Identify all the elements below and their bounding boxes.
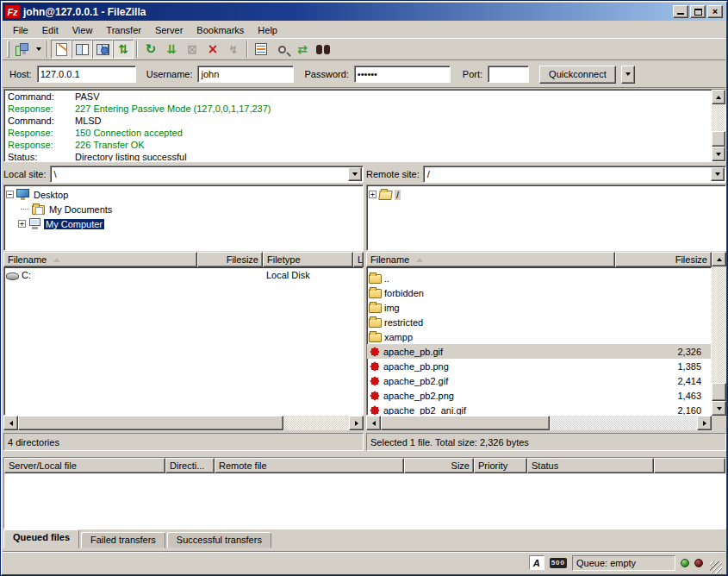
remote-file-row[interactable]: apache_pb2.gif 2,414 — [367, 373, 711, 388]
scroll-up-button[interactable] — [712, 90, 725, 104]
host-input[interactable] — [37, 66, 136, 83]
tab-successful-transfers[interactable]: Successful transfers — [167, 532, 271, 548]
remote-file-row[interactable]: apache_pb.png 1,385 — [367, 359, 711, 373]
toolbar-grip[interactable] — [7, 41, 9, 58]
local-col-lastmodified[interactable]: L — [353, 252, 364, 267]
scroll-left-button[interactable] — [366, 416, 381, 430]
remote-file-row[interactable]: apache_pb2_ani.gif 2,160 — [367, 403, 711, 416]
toggle-queue-button[interactable]: ⇅ — [113, 40, 134, 59]
local-list-header: Filename Filesize Filetype L — [3, 252, 364, 267]
menu-edit[interactable]: Edit — [35, 23, 65, 37]
disconnect-button[interactable]: × — [202, 40, 223, 59]
minimize-button[interactable] — [673, 5, 688, 18]
local-col-filetype[interactable]: Filetype — [263, 252, 353, 267]
filter-button[interactable] — [251, 40, 271, 59]
remote-site-combo[interactable]: / — [423, 166, 726, 183]
expand-icon[interactable]: + — [369, 191, 376, 198]
combo-dropdown-icon[interactable] — [711, 167, 725, 181]
toggle-message-log-button[interactable] — [51, 40, 72, 59]
remote-file-row[interactable]: .. — [367, 271, 711, 285]
port-input[interactable] — [488, 66, 529, 83]
scroll-left-button[interactable] — [3, 416, 18, 430]
remote-file-row[interactable]: apache_pb2.png 1,463 — [367, 388, 711, 403]
menu-view[interactable]: View — [65, 23, 100, 37]
scroll-down-button[interactable] — [712, 147, 725, 161]
scroll-thumb[interactable] — [712, 383, 726, 401]
reconnect-button[interactable]: ↯ — [223, 40, 244, 59]
quickconnect-button[interactable]: Quickconnect — [539, 66, 616, 84]
password-input[interactable] — [354, 66, 451, 83]
local-hscrollbar[interactable] — [3, 416, 364, 430]
scroll-up-button[interactable] — [712, 252, 726, 266]
log-line: Command:MLSD — [8, 115, 711, 127]
menu-file[interactable]: File — [6, 23, 35, 37]
directory-comparison-button[interactable] — [271, 40, 292, 59]
quickconnect-dropdown[interactable] — [621, 66, 635, 84]
remote-file-row[interactable]: forbidden — [367, 285, 711, 300]
tree-item-my-computer[interactable]: + My Computer — [6, 216, 363, 231]
cancel-operation-button[interactable]: ⊠ — [182, 40, 202, 59]
menu-server[interactable]: Server — [148, 23, 190, 37]
queue-col-remote-file[interactable]: Remote file — [215, 458, 404, 473]
scroll-right-button[interactable] — [697, 416, 712, 430]
tab-queued-files[interactable]: Queued files — [3, 529, 79, 548]
toggle-remote-tree-button[interactable] — [92, 40, 113, 59]
queue-col-size[interactable]: Size — [404, 458, 474, 473]
toggle-local-tree-button[interactable] — [72, 40, 92, 59]
image-file-icon — [369, 390, 381, 402]
remote-site-value: / — [427, 169, 430, 179]
close-button[interactable]: × — [707, 5, 723, 18]
process-queue-icon: ⇊ — [166, 42, 177, 56]
site-manager-button[interactable] — [12, 40, 33, 59]
tree-item-my-documents[interactable]: My Documents — [6, 202, 363, 216]
resize-grip[interactable] — [710, 561, 722, 573]
synchronized-browsing-button[interactable]: ⇄ — [292, 40, 313, 59]
local-col-filesize[interactable]: Filesize — [197, 252, 263, 267]
scroll-thumb[interactable] — [18, 416, 283, 430]
collapse-icon[interactable]: − — [6, 191, 14, 198]
site-manager-dropdown[interactable] — [33, 40, 44, 59]
remote-hscrollbar[interactable] — [366, 416, 712, 430]
scroll-thumb[interactable] — [381, 416, 550, 430]
local-tree: − Desktop My Documents + My Computer — [3, 185, 364, 251]
folder-icon — [369, 304, 382, 313]
remote-file-row-selected[interactable]: apache_pb.gif 2,326 — [367, 344, 711, 359]
refresh-button[interactable]: ↻ — [140, 40, 161, 59]
speed-limit-badge[interactable]: 500 — [550, 558, 567, 568]
remote-file-row[interactable]: xampp — [367, 329, 711, 344]
remote-col-filename[interactable]: Filename — [366, 252, 615, 267]
remote-status-text: Selected 1 file. Total size: 2,326 bytes — [370, 437, 529, 448]
local-site-combo[interactable]: \ — [50, 166, 364, 183]
scroll-right-button[interactable] — [349, 416, 364, 430]
queue-col-priority[interactable]: Priority — [474, 458, 527, 473]
remote-file-row[interactable]: img — [367, 300, 711, 315]
sort-ascending-icon — [53, 258, 60, 262]
remote-vscrollbar[interactable] — [712, 252, 726, 416]
message-log-icon — [56, 43, 67, 56]
search-files-button[interactable] — [313, 40, 333, 59]
tree-item-root[interactable]: + / — [369, 187, 725, 202]
queue-col-status[interactable]: Status — [527, 458, 654, 473]
queue-col-direction[interactable]: Directi... — [165, 458, 215, 473]
menu-help[interactable]: Help — [251, 23, 284, 37]
maximize-button[interactable] — [690, 5, 706, 18]
remote-col-filesize[interactable]: Filesize — [615, 252, 712, 267]
tab-failed-transfers[interactable]: Failed transfers — [81, 532, 165, 548]
local-col-filename[interactable]: Filename — [3, 252, 197, 267]
menu-bookmarks[interactable]: Bookmarks — [190, 23, 251, 37]
data-type-indicator: A — [529, 555, 544, 570]
process-queue-button[interactable]: ⇊ — [161, 40, 182, 59]
log-scrollbar[interactable] — [712, 90, 725, 161]
combo-dropdown-icon[interactable] — [348, 167, 362, 181]
filezilla-window: Fz john@127.0.0.1 - FileZilla × File Edi… — [0, 0, 728, 576]
scroll-down-button[interactable] — [712, 401, 726, 416]
remote-list-header: Filename Filesize — [366, 252, 712, 267]
scroll-thumb[interactable] — [712, 131, 725, 147]
menu-transfer[interactable]: Transfer — [99, 23, 148, 37]
expand-icon[interactable]: + — [18, 220, 26, 228]
username-input[interactable] — [197, 66, 294, 83]
queue-col-server-local-file[interactable]: Server/Local file — [4, 458, 165, 473]
local-file-row[interactable]: C: Local Disk — [4, 267, 363, 282]
tree-item-desktop[interactable]: − Desktop — [6, 187, 363, 202]
remote-file-row[interactable]: restricted — [367, 315, 711, 329]
